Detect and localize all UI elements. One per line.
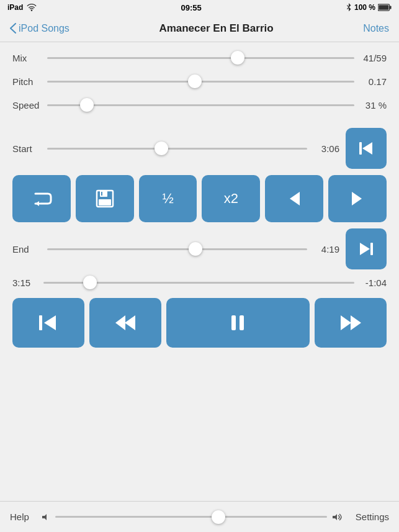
back-label: iPod Songs [19, 23, 69, 34]
status-right: 100 % [346, 3, 392, 12]
wifi-icon [27, 4, 37, 11]
status-left: iPad [7, 3, 37, 12]
end-label: End [12, 244, 41, 255]
back-button[interactable]: iPod Songs [10, 23, 69, 34]
position-time-left: 3:15 [12, 277, 37, 288]
nav-title: Amanecer En El Barrio [159, 22, 273, 35]
double-speed-label: x2 [224, 191, 238, 207]
ipad-label: iPad [7, 3, 23, 12]
playback-rewind-button[interactable] [89, 298, 161, 348]
mix-label: Mix [12, 53, 41, 63]
end-slider[interactable] [47, 242, 307, 256]
svg-marker-15 [44, 315, 56, 330]
playback-row [12, 298, 387, 348]
speed-slider[interactable] [47, 98, 354, 112]
svg-rect-7 [100, 191, 107, 197]
svg-rect-19 [240, 315, 244, 330]
help-button[interactable]: Help [10, 512, 29, 522]
mix-row: Mix 41/59 [12, 51, 387, 65]
double-speed-button[interactable]: x2 [202, 175, 260, 222]
position-time-right: -1:04 [361, 277, 387, 288]
svg-rect-9 [101, 192, 102, 196]
speed-value: 31 % [361, 100, 387, 110]
svg-marker-17 [115, 315, 125, 330]
skip-to-end-button[interactable] [346, 228, 387, 269]
position-row: 3:15 -1:04 [12, 276, 387, 289]
nav-bar: iPod Songs Amanecer En El Barrio Notes [0, 15, 399, 42]
svg-rect-14 [39, 315, 42, 330]
transport-row: ½ x2 [12, 175, 387, 222]
speed-row: Speed 31 % [12, 98, 387, 112]
volume-slider[interactable] [55, 510, 327, 524]
volume-high-icon [332, 513, 343, 521]
speed-label: Speed [12, 100, 41, 110]
battery-label: 100 % [354, 3, 375, 12]
pitch-slider[interactable] [47, 74, 354, 88]
volume-low-icon [42, 513, 50, 521]
pitch-label: Pitch [12, 76, 41, 87]
svg-rect-8 [99, 199, 111, 205]
status-time: 09:55 [181, 3, 202, 12]
save-button[interactable] [76, 175, 134, 222]
svg-marker-22 [42, 514, 47, 520]
svg-marker-20 [341, 315, 351, 330]
bottom-bar: Help Settings [0, 501, 399, 532]
svg-marker-16 [125, 315, 135, 330]
playback-skip-start-button[interactable] [12, 298, 84, 348]
end-row: End 4:19 [12, 228, 387, 269]
svg-marker-23 [333, 514, 337, 520]
svg-rect-18 [231, 315, 236, 330]
end-value: 4:19 [313, 244, 339, 255]
half-speed-button[interactable]: ½ [139, 175, 197, 222]
svg-rect-2 [379, 5, 388, 10]
pitch-row: Pitch 0.17 [12, 74, 387, 88]
start-slider[interactable] [47, 142, 307, 155]
mix-slider[interactable] [47, 51, 354, 65]
half-speed-label: ½ [162, 191, 173, 207]
svg-rect-13 [370, 243, 373, 255]
svg-marker-12 [360, 243, 370, 255]
battery-icon [378, 4, 392, 11]
svg-marker-10 [290, 192, 300, 205]
playback-pause-button[interactable] [166, 298, 310, 348]
position-slider[interactable] [43, 276, 354, 289]
pitch-value: 0.17 [361, 76, 387, 87]
bluetooth-icon [346, 3, 352, 12]
start-row: Start 3:06 [12, 128, 387, 169]
svg-marker-21 [351, 315, 361, 330]
notes-button[interactable]: Notes [363, 23, 389, 34]
mix-value: 41/59 [361, 53, 387, 63]
step-forward-button[interactable] [328, 175, 387, 222]
start-value: 3:06 [313, 143, 339, 154]
step-back-button[interactable] [265, 175, 323, 222]
skip-to-start-button[interactable] [346, 128, 387, 169]
svg-rect-3 [359, 142, 362, 155]
svg-marker-4 [362, 142, 372, 155]
settings-button[interactable]: Settings [356, 512, 389, 522]
volume-area [42, 510, 343, 524]
playback-fast-forward-button[interactable] [315, 298, 387, 348]
svg-marker-11 [352, 192, 362, 205]
start-label: Start [12, 143, 41, 154]
loop-button[interactable] [12, 175, 71, 222]
main-content: Mix 41/59 Pitch 0.17 Speed 31 % Start [0, 42, 399, 365]
status-bar: iPad 09:55 100 % [0, 0, 399, 15]
svg-rect-1 [390, 6, 392, 9]
